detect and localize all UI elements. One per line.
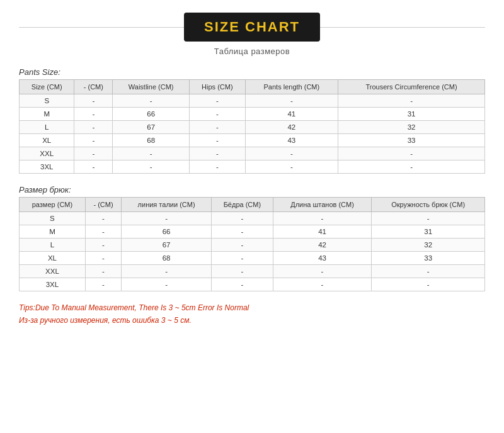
cell-ru-2-0: L bbox=[20, 239, 86, 252]
cell-en-4-1: - bbox=[74, 147, 113, 160]
cell-en-5-1: - bbox=[74, 160, 113, 174]
cell-en-3-0: XL bbox=[20, 134, 74, 147]
cell-ru-3-0: XL bbox=[20, 252, 86, 265]
cell-ru-3-3: - bbox=[211, 252, 273, 265]
table-row: 3XL----- bbox=[20, 160, 485, 174]
cell-ru-1-4: 41 bbox=[273, 225, 372, 239]
pants-table-ru: размер (CM) - (CM) линия талии (CM) Бёдр… bbox=[19, 197, 485, 291]
cell-ru-5-2: - bbox=[122, 278, 212, 291]
table-header-row-en: Size (CM) - (CM) Waistline (CM) Hips (CM… bbox=[20, 80, 485, 94]
cell-ru-3-5: 33 bbox=[372, 252, 485, 265]
col-header-ru-2: линия талии (CM) bbox=[122, 198, 212, 212]
col-header-ru-5: Окружность брюк (CM) bbox=[372, 198, 485, 212]
cell-en-1-5: 31 bbox=[338, 108, 485, 121]
cell-ru-4-5: - bbox=[372, 265, 485, 278]
cell-en-1-2: 66 bbox=[113, 108, 190, 121]
pants-section-en-label: Pants Size: bbox=[19, 67, 485, 77]
cell-en-5-0: 3XL bbox=[20, 160, 74, 174]
cell-ru-1-5: 31 bbox=[372, 225, 485, 239]
cell-en-0-4: - bbox=[245, 94, 338, 108]
cell-en-2-4: 42 bbox=[245, 121, 338, 134]
col-header-en-5: Trousers Circumference (CM) bbox=[338, 80, 485, 94]
table-row: M-66-4131 bbox=[20, 225, 485, 239]
cell-en-3-1: - bbox=[74, 134, 113, 147]
cell-en-0-0: S bbox=[20, 94, 74, 108]
cell-en-1-4: 41 bbox=[245, 108, 338, 121]
cell-en-4-3: - bbox=[190, 147, 245, 160]
col-header-en-3: Hips (CM) bbox=[190, 80, 245, 94]
cell-en-0-5: - bbox=[338, 94, 485, 108]
col-header-en-2: Waistline (CM) bbox=[113, 80, 190, 94]
cell-ru-0-4: - bbox=[273, 212, 372, 225]
table-row: L-67-4232 bbox=[20, 239, 485, 252]
cell-en-4-4: - bbox=[245, 147, 338, 160]
cell-ru-1-0: M bbox=[20, 225, 86, 239]
pants-table-en: Size (CM) - (CM) Waistline (CM) Hips (CM… bbox=[19, 79, 485, 174]
cell-en-0-1: - bbox=[74, 94, 113, 108]
cell-en-3-4: 43 bbox=[245, 134, 338, 147]
cell-ru-3-4: 43 bbox=[273, 252, 372, 265]
cell-en-2-2: 67 bbox=[113, 121, 190, 134]
pants-section-ru-label: Размер брюк: bbox=[19, 185, 485, 194]
table-row: S----- bbox=[20, 94, 485, 108]
cell-en-4-0: XXL bbox=[20, 147, 74, 160]
cell-en-0-3: - bbox=[190, 94, 245, 108]
cell-en-3-5: 33 bbox=[338, 134, 485, 147]
table-row: S----- bbox=[20, 212, 485, 225]
cell-ru-0-1: - bbox=[85, 212, 121, 225]
col-header-ru-4: Длина штанов (CM) bbox=[273, 198, 372, 212]
col-header-en-0: Size (CM) bbox=[20, 80, 74, 94]
cell-ru-1-3: - bbox=[211, 225, 273, 239]
cell-ru-0-3: - bbox=[211, 212, 273, 225]
cell-en-1-0: M bbox=[20, 108, 74, 121]
col-header-en-4: Pants length (CM) bbox=[245, 80, 338, 94]
cell-ru-3-1: - bbox=[85, 252, 121, 265]
cell-en-4-2: - bbox=[113, 147, 190, 160]
cell-en-2-0: L bbox=[20, 121, 74, 134]
page-wrapper: SIZE CHART Таблица размеров Pants Size: … bbox=[0, 0, 504, 433]
header-line-right bbox=[320, 27, 485, 28]
cell-ru-2-3: - bbox=[211, 239, 273, 252]
cell-ru-4-4: - bbox=[273, 265, 372, 278]
col-header-ru-3: Бёдра (CM) bbox=[211, 198, 273, 212]
cell-ru-2-1: - bbox=[85, 239, 121, 252]
header-line-left bbox=[19, 27, 184, 28]
cell-en-4-5: - bbox=[338, 147, 485, 160]
cell-en-3-2: 68 bbox=[113, 134, 190, 147]
table-row: XL-68-4333 bbox=[20, 134, 485, 147]
tips-line1: Tips:Due To Manual Measurement, There Is… bbox=[19, 301, 485, 314]
cell-ru-1-1: - bbox=[85, 225, 121, 239]
cell-ru-0-2: - bbox=[122, 212, 212, 225]
cell-en-5-2: - bbox=[113, 160, 190, 174]
cell-ru-5-4: - bbox=[273, 278, 372, 291]
cell-en-0-2: - bbox=[113, 94, 190, 108]
cell-en-3-3: - bbox=[190, 134, 245, 147]
table-row: 3XL----- bbox=[20, 278, 485, 291]
cell-ru-2-5: 32 bbox=[372, 239, 485, 252]
cell-ru-0-0: S bbox=[20, 212, 86, 225]
cell-ru-1-2: 66 bbox=[122, 225, 212, 239]
table-row: XXL----- bbox=[20, 265, 485, 278]
col-header-ru-0: размер (CM) bbox=[20, 198, 86, 212]
cell-ru-5-5: - bbox=[372, 278, 485, 291]
cell-en-1-3: - bbox=[190, 108, 245, 121]
cell-en-2-3: - bbox=[190, 121, 245, 134]
cell-ru-2-2: 67 bbox=[122, 239, 212, 252]
table-row: XL-68-4333 bbox=[20, 252, 485, 265]
cell-ru-5-3: - bbox=[211, 278, 273, 291]
cell-ru-4-1: - bbox=[85, 265, 121, 278]
cell-ru-2-4: 42 bbox=[273, 239, 372, 252]
header-line-container: SIZE CHART bbox=[19, 13, 485, 42]
cell-en-1-1: - bbox=[74, 108, 113, 121]
cell-en-5-3: - bbox=[190, 160, 245, 174]
cell-ru-4-3: - bbox=[211, 265, 273, 278]
cell-ru-4-2: - bbox=[122, 265, 212, 278]
table-row: M-66-4131 bbox=[20, 108, 485, 121]
table-row: L-67-4232 bbox=[20, 121, 485, 134]
table-header-row-ru: размер (CM) - (CM) линия талии (CM) Бёдр… bbox=[20, 198, 485, 212]
page-title: SIZE CHART bbox=[184, 13, 320, 42]
cell-ru-5-0: 3XL bbox=[20, 278, 86, 291]
cell-ru-3-2: 68 bbox=[122, 252, 212, 265]
table-row: XXL----- bbox=[20, 147, 485, 160]
cell-ru-4-0: XXL bbox=[20, 265, 86, 278]
